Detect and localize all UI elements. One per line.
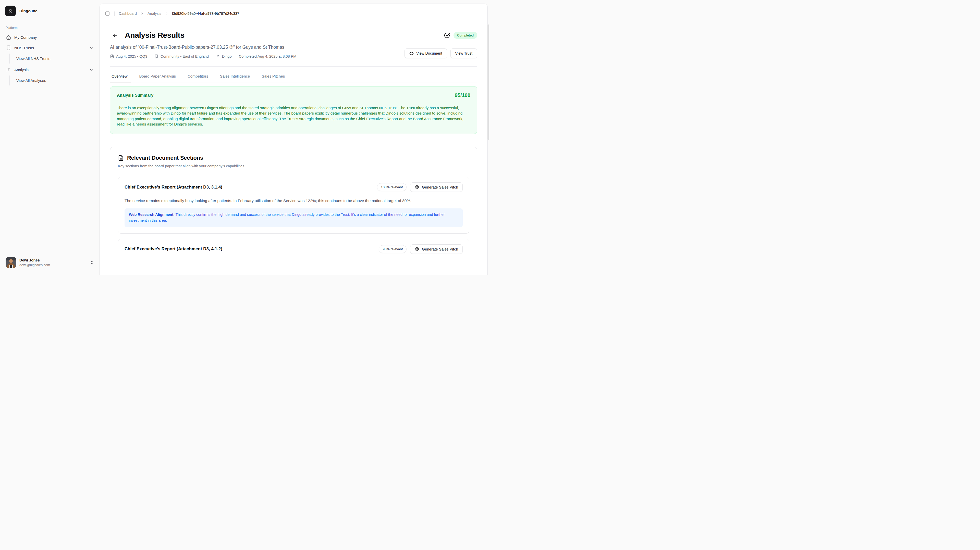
doc-card-head: Chief Executive’s Report (Attachment D3,… xyxy=(124,183,463,192)
sidebar-item-view-all-nhs-trusts[interactable]: View All NHS Trusts xyxy=(10,54,95,64)
topbar: Dashboard Analysis f3d920fc-59a0-44af-a9… xyxy=(100,4,487,17)
company-logo xyxy=(5,6,16,16)
tab-competitors[interactable]: Competitors xyxy=(184,71,212,82)
user-icon xyxy=(8,8,13,14)
sidebar-item-analysis[interactable]: Analysis xyxy=(4,65,95,75)
sections-title: Relevant Document Sections xyxy=(127,154,203,161)
analysis-summary-card: Analysis Summary 95/100 There is an exce… xyxy=(110,86,477,134)
target-icon xyxy=(415,247,419,251)
status-area: Completed xyxy=(444,32,477,39)
sidebar-item-label: NHS Trusts xyxy=(14,46,34,50)
divider xyxy=(110,66,477,67)
chart-icon xyxy=(6,67,11,72)
tab-overview[interactable]: Overview xyxy=(110,71,131,82)
sidebar-item-label: My Company xyxy=(14,35,37,40)
sidebar-toggle-button[interactable] xyxy=(103,10,111,17)
note-label: Web Research Alignment: xyxy=(129,213,175,216)
user-name: Dewi Jones xyxy=(19,258,87,262)
relevance-badge: 100% relevant xyxy=(377,183,407,191)
chevron-right-icon xyxy=(165,12,169,15)
sidebar-item-label: View All NHS Trusts xyxy=(16,56,50,61)
sidebar-item-view-all-analyses[interactable]: View All Analyses xyxy=(10,76,95,86)
summary-title: Analysis Summary xyxy=(117,93,153,98)
generate-sales-pitch-button[interactable]: Generate Sales Pitch xyxy=(410,183,463,192)
sidebar-subnav-nhs: View All NHS Trusts xyxy=(10,54,95,64)
breadcrumb-analysis[interactable]: Analysis xyxy=(148,11,161,16)
breadcrumb-dashboard[interactable]: Dashboard xyxy=(119,11,137,16)
eye-icon xyxy=(409,51,414,56)
meta-completed-at: Completed Aug 4, 2025 at 8:08 PM xyxy=(239,54,297,59)
chevron-down-icon xyxy=(89,68,94,72)
breadcrumb-current-id: f3d920fc-59a0-44af-a973-9b787d24c337 xyxy=(172,11,239,16)
sidebar-item-label: View All Analyses xyxy=(16,78,46,83)
header-actions: View Document View Trust xyxy=(404,48,477,58)
sidebar-item-nhs-trusts[interactable]: NHS Trusts xyxy=(4,43,95,53)
doc-section-excerpt: The service remains exceptionally busy l… xyxy=(124,198,463,204)
target-icon xyxy=(415,185,419,189)
analysis-subtitle: AI analysis of ”00-Final-Trust-Board-Pub… xyxy=(110,45,397,50)
summary-score: 95/100 xyxy=(455,92,470,98)
content: Analysis Results Completed AI analysis o… xyxy=(100,30,487,275)
sidebar-subnav-analysis: View All Analyses xyxy=(10,76,95,86)
chevron-right-icon xyxy=(140,12,144,15)
document-section-card: Chief Executive’s Report (Attachment D3,… xyxy=(118,177,469,234)
view-trust-button[interactable]: View Trust xyxy=(450,48,477,58)
tab-sales-pitches[interactable]: Sales Pitches xyxy=(258,71,288,82)
document-section-card: Chief Executive’s Report (Attachment D3,… xyxy=(118,239,469,275)
doc-section-title: Chief Executive’s Report (Attachment D3,… xyxy=(124,185,222,190)
tab-board-paper-analysis[interactable]: Board Paper Analysis xyxy=(136,71,180,82)
file-text-icon xyxy=(110,54,114,59)
sections-head: Relevant Document Sections xyxy=(118,154,469,161)
summary-head: Analysis Summary 95/100 xyxy=(117,92,470,98)
sidebar-section-label: Platform xyxy=(4,26,95,30)
company-name: Dingo Inc xyxy=(19,9,38,13)
file-text-icon xyxy=(118,155,124,161)
sections-subtitle: Key sections from the board paper that a… xyxy=(118,164,469,168)
generate-sales-pitch-button[interactable]: Generate Sales Pitch xyxy=(410,245,463,254)
sidebar-item-label: Analysis xyxy=(14,68,29,72)
web-research-alignment-note: Web Research Alignment: This directly co… xyxy=(124,208,463,227)
breadcrumb: Dashboard Analysis f3d920fc-59a0-44af-a9… xyxy=(119,11,239,16)
view-document-button[interactable]: View Document xyxy=(404,48,447,58)
meta-company: Dingo xyxy=(216,54,232,59)
user-meta: Dewi Jones dewi@bigsales.com xyxy=(19,258,87,267)
doc-card-head: Chief Executive’s Report (Attachment D3,… xyxy=(124,245,463,254)
user-email: dewi@bigsales.com xyxy=(19,263,87,267)
back-button[interactable] xyxy=(110,30,120,40)
arrow-left-icon xyxy=(112,33,118,38)
tab-bar: Overview Board Paper Analysis Competitor… xyxy=(110,71,477,83)
chevrons-up-down-icon xyxy=(90,261,94,265)
note-body: This directly confirms the high demand a… xyxy=(129,213,445,223)
avatar xyxy=(6,257,16,268)
sidebar: Dingo Inc Platform My Company NHS Trusts… xyxy=(0,0,100,275)
user-menu[interactable]: Dewi Jones dewi@bigsales.com xyxy=(4,256,95,269)
page-title: Analysis Results xyxy=(125,31,185,40)
user-icon xyxy=(216,54,220,59)
panel-left-icon xyxy=(105,11,110,16)
status-badge: Completed xyxy=(453,32,477,39)
header-sub-left: AI analysis of ”00-Final-Trust-Board-Pub… xyxy=(110,45,397,59)
meta-row: Aug 4, 2025 • QQ3 Community • East of En… xyxy=(110,54,397,59)
relevance-badge: 95% relevant xyxy=(379,245,407,253)
sidebar-nav: My Company NHS Trusts View All NHS Trust… xyxy=(4,32,95,86)
app-window: Dingo Inc Platform My Company NHS Trusts… xyxy=(0,0,490,275)
tab-sales-intelligence[interactable]: Sales Intelligence xyxy=(216,71,254,82)
meta-date: Aug 4, 2025 • QQ3 xyxy=(110,54,147,59)
relevant-sections-card: Relevant Document Sections Key sections … xyxy=(110,147,477,275)
header-sub-row: AI analysis of ”00-Final-Trust-Board-Pub… xyxy=(110,45,477,59)
sidebar-item-my-company[interactable]: My Company xyxy=(4,32,95,43)
chevron-down-icon xyxy=(89,46,94,50)
doc-section-title: Chief Executive’s Report (Attachment D3,… xyxy=(124,246,222,251)
building-icon xyxy=(6,45,11,50)
meta-region: Community • East of England xyxy=(154,54,209,59)
home-icon xyxy=(6,35,11,40)
summary-body: There is an exceptionally strong alignme… xyxy=(117,105,470,127)
main-panel: Dashboard Analysis f3d920fc-59a0-44af-a9… xyxy=(100,3,488,275)
building-icon xyxy=(154,54,159,59)
check-circle-icon xyxy=(444,32,450,38)
scrollbar[interactable] xyxy=(487,24,489,140)
org-switcher[interactable]: Dingo Inc xyxy=(4,4,95,18)
title-row: Analysis Results Completed xyxy=(110,30,477,40)
